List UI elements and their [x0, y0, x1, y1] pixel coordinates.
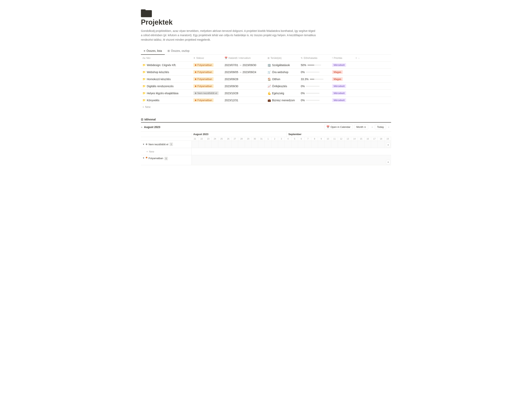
col-header-area: ⊞ Terület(ek) [266, 56, 299, 60]
tab-lista[interactable]: ≡ Összes, lista [141, 48, 165, 55]
day-cell: 16 [365, 137, 371, 140]
august-label: August 2023 [192, 132, 287, 137]
cell-progress: 0% [299, 98, 330, 103]
day-cell: 7 [305, 137, 311, 140]
page-title: Projektek [141, 18, 391, 26]
table-header: Aa Név ✦ Státusz 📅 Határidő / intervallu… [141, 55, 391, 62]
day-cell: 31 [258, 137, 265, 140]
cell-actions [354, 71, 366, 73]
cell-name: 📁 Könyvelés [141, 98, 192, 103]
new-row-button[interactable]: + New [141, 104, 391, 110]
tab-lista-label: Összes, lista [146, 49, 162, 52]
table-row[interactable]: 📁 Könyvelés Folyamatban 2023/12/31 💼 Biz… [141, 97, 391, 104]
cell-deadline: 2023/09/30 [223, 83, 266, 89]
col-header-progress: ↻ Előrehaladás [299, 56, 330, 60]
cell-progress: 0% [299, 83, 330, 89]
folder-icon-small: 📁 [142, 70, 146, 74]
cell-name: 📁 Webshop készítés [141, 69, 192, 75]
day-cell: 25 [218, 137, 225, 140]
timeline-toolbar: » August 2023 📅 Open in Calendar Month ∨… [141, 123, 391, 132]
timeline-group-nem-kezdodott: ▼ Nem kezdődött el 1 + [141, 141, 391, 148]
timeline-arrows: ‹ Today › [370, 125, 391, 129]
folder-icon-small: 📁 [142, 99, 146, 102]
timeline-icon: ⊡ [141, 118, 143, 121]
folder-icon-small: 📁 [142, 92, 146, 95]
day-cell: 22 [198, 137, 205, 140]
cell-actions [354, 92, 366, 95]
day-cell: 27 [232, 137, 238, 140]
folder-icon-small: 📁 [142, 85, 146, 88]
cell-deadline: 2023/12/31 [223, 98, 266, 103]
group2-add-button[interactable]: + [386, 160, 390, 164]
table-row[interactable]: 📁 Digitális rendszerezés Folyamatban 202… [141, 83, 391, 90]
day-cell: 30 [252, 137, 258, 140]
group1-count: 1 [170, 143, 173, 146]
cell-deadline: 2023/09/05 → 2023/09/24 [223, 69, 266, 75]
cell-status: Folyamatban [192, 62, 223, 68]
timeline-sidebar-spacer [141, 133, 192, 135]
group1-content: + [192, 141, 391, 148]
cell-name: 📁 Homokozó készítés [141, 76, 192, 82]
cell-actions [354, 78, 366, 80]
cell-status: Folyamatban [192, 97, 223, 103]
tab-oszlop-label: Összes, oszlop [171, 49, 190, 52]
table-row[interactable]: 📁 Helyes légzés elsajátítása Nem kezdődö… [141, 90, 391, 97]
plus-icon: + [142, 105, 144, 108]
cell-progress: 0% [299, 69, 330, 75]
table-row[interactable]: 📁 Webdesign: Cégnév Kft. Folyamatban 202… [141, 62, 391, 69]
days-container: 2122232425262728293031123456789101112131… [192, 137, 391, 140]
day-cell: 13 [345, 137, 351, 140]
day-cell: 1 [265, 137, 272, 140]
chevron-down-icon: ∨ [364, 126, 366, 128]
col-header-deadline: 📅 Határidő / intervallum [223, 56, 266, 60]
day-cell: 18 [378, 137, 384, 140]
day-cell: 9 [318, 137, 325, 140]
status-dot-orange [146, 157, 147, 158]
day-cell: 3 [278, 137, 285, 140]
group1-new-row: + New [141, 148, 391, 155]
folder-icon-small: 📁 [142, 63, 146, 66]
day-cell: 8 [311, 137, 318, 140]
view-tabs: ≡ Összes, lista ⊞ Összes, oszlop [141, 48, 391, 55]
timeline-section-header: ⊡ Idővonal [141, 118, 391, 123]
cell-deadline: 2023/09/28 [223, 76, 266, 82]
month-selector-button[interactable]: Month ∨ [354, 125, 368, 129]
day-cell: 14 [351, 137, 358, 140]
cell-area: 🛒 Óra webshop [266, 69, 299, 75]
cell-deadline: 2023/10/28 [223, 90, 266, 96]
col-header-actions: + ··· [354, 56, 366, 60]
cell-status: Folyamatban [192, 83, 223, 89]
cell-area: 💪 Egészség [266, 90, 299, 96]
table-row[interactable]: 📁 Webshop készítés Folyamatban 2023/09/0… [141, 69, 391, 76]
current-month-label: August 2023 [144, 126, 160, 129]
day-cell: 19 [384, 137, 391, 140]
day-cell: 4 [285, 137, 291, 140]
cell-name: 📁 Digitális rendszerezés [141, 83, 192, 89]
calendar-icon: 📅 [326, 126, 329, 128]
cell-priority: Magas [330, 69, 354, 75]
chevron-down-icon2: ▼ [142, 157, 145, 159]
september-label: September [287, 132, 391, 137]
today-button[interactable]: Today [375, 125, 386, 129]
cell-priority: Mérsékelt [330, 97, 354, 103]
cell-priority: Mérsékelt [330, 90, 354, 96]
page-description: Gondolkodj projektekben, azaz olyan terv… [141, 29, 317, 42]
open-calendar-button[interactable]: 📅 Open in Calendar [324, 125, 353, 129]
group1-new-label-cell: + New [141, 148, 192, 155]
day-cell: 11 [331, 137, 338, 140]
day-cell: 10 [325, 137, 331, 140]
cell-status: Folyamatban [192, 76, 223, 82]
prev-arrow[interactable]: ‹ [370, 125, 374, 129]
group1-new-content [192, 148, 391, 155]
timeline-grid: August 2023 September 212223242526272829… [141, 132, 391, 165]
table-row[interactable]: 📁 Homokozó készítés Folyamatban 2023/09/… [141, 76, 391, 83]
cell-area: 🏠 Otthon [266, 76, 299, 82]
folder-icon [141, 8, 391, 18]
group2-label: Folyamatban [149, 157, 163, 160]
col-header-priority: ! Prioritás [330, 56, 354, 60]
tab-oszlop[interactable]: ⊞ Összes, oszlop [165, 48, 192, 55]
next-arrow[interactable]: › [386, 125, 391, 129]
group1-add-button[interactable]: + [386, 143, 390, 147]
cell-area: 📈 Önfejlesztés [266, 83, 299, 89]
cell-area: 🏢 Szolgáltatások [266, 62, 299, 68]
